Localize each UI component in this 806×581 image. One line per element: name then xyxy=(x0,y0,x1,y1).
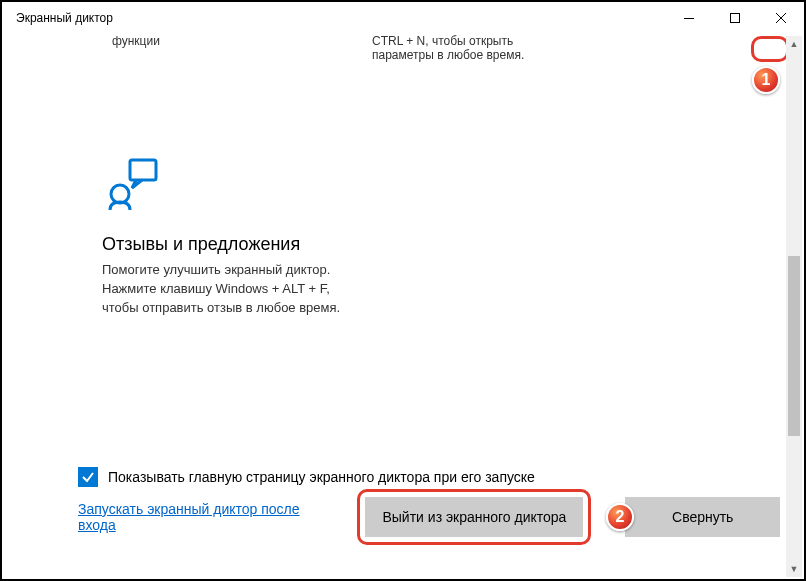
show-homepage-checkbox-row[interactable]: Показывать главную страницу экранного ди… xyxy=(78,467,535,487)
svg-rect-0 xyxy=(684,18,694,19)
scroll-down-arrow-icon[interactable]: ▼ xyxy=(786,561,802,577)
minimize-icon xyxy=(684,18,694,19)
svg-rect-1 xyxy=(731,14,740,23)
bottom-actions-row: Запускать экранный диктор после входа Вы… xyxy=(78,497,780,537)
scroll-up-arrow-icon[interactable]: ▲ xyxy=(786,36,802,52)
start-after-login-link[interactable]: Запускать экранный диктор после входа xyxy=(78,501,335,533)
close-window-button[interactable] xyxy=(758,2,804,34)
maximize-window-button[interactable] xyxy=(712,2,758,34)
partial-text-row: функции CTRL + N, чтобы открыть параметр… xyxy=(22,34,784,62)
feedback-icon xyxy=(102,154,362,216)
feedback-description: Помогите улучшить экранный диктор. Нажми… xyxy=(102,261,362,318)
checkmark-icon xyxy=(81,470,95,484)
partial-text-left: функции xyxy=(112,34,192,62)
annotation-badge-1: 1 xyxy=(752,66,780,94)
content-area: функции CTRL + N, чтобы открыть параметр… xyxy=(2,34,804,579)
titlebar: Экранный диктор xyxy=(2,2,804,34)
scrollbar-thumb[interactable] xyxy=(788,256,800,436)
checkbox-label: Показывать главную страницу экранного ди… xyxy=(108,469,535,485)
maximize-icon xyxy=(730,13,740,23)
vertical-scrollbar[interactable]: ▲ ▼ xyxy=(786,36,802,577)
close-icon xyxy=(776,13,786,23)
checkbox-checked[interactable] xyxy=(78,467,98,487)
minimize-window-button[interactable] xyxy=(666,2,712,34)
svg-point-4 xyxy=(111,185,129,203)
svg-rect-5 xyxy=(130,160,156,180)
minimize-button[interactable]: Свернуть xyxy=(625,497,780,537)
partial-text-right: CTRL + N, чтобы открыть параметры в любо… xyxy=(372,34,552,62)
exit-button-wrapper: Выйти из экранного диктора xyxy=(365,497,583,537)
window-title: Экранный диктор xyxy=(16,11,113,25)
exit-narrator-button[interactable]: Выйти из экранного диктора xyxy=(365,497,583,537)
annotation-badge-2: 2 xyxy=(606,503,634,531)
window-controls xyxy=(666,2,804,34)
feedback-title: Отзывы и предложения xyxy=(102,234,362,255)
feedback-section: Отзывы и предложения Помогите улучшить э… xyxy=(102,154,362,318)
